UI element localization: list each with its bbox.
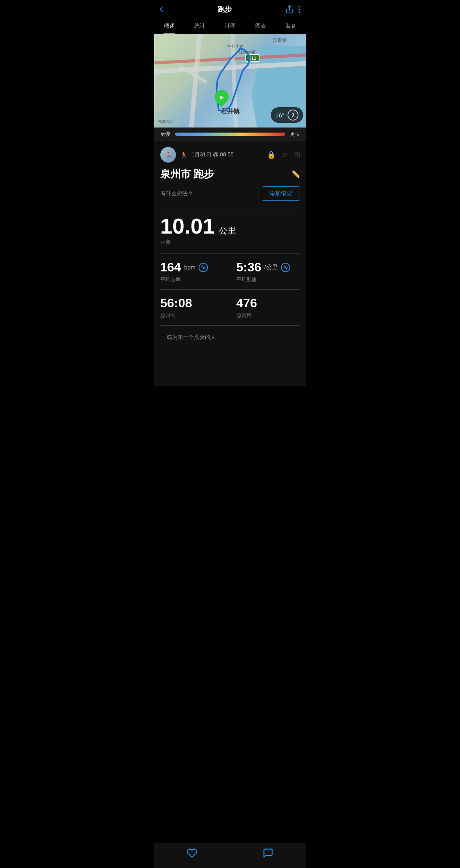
calories-label: 总消耗 bbox=[236, 312, 300, 319]
map-label-top-right: 乐百镇 bbox=[273, 37, 287, 44]
add-note-button[interactable]: 添加笔记 bbox=[262, 186, 300, 201]
run-type-icon: 🏃 bbox=[180, 151, 188, 159]
tab-overview[interactable]: 概述 bbox=[154, 19, 185, 34]
back-icon bbox=[159, 7, 165, 12]
map-label-shijing: 石井镇 bbox=[221, 108, 240, 116]
like-prompt: 成为第一个点赞的人 bbox=[167, 334, 216, 340]
header: 跑步 bbox=[154, 0, 306, 19]
header-right bbox=[285, 5, 300, 14]
bottom-spacer bbox=[160, 349, 300, 380]
distance-label: 距离 bbox=[160, 239, 300, 246]
avatar-image: 🏃 bbox=[164, 151, 172, 159]
duration-cell: 56:08 总时长 bbox=[160, 290, 230, 326]
share-button[interactable] bbox=[285, 5, 294, 14]
temperature-label: 16° bbox=[275, 112, 284, 119]
duration-value-row: 56:08 bbox=[160, 296, 224, 310]
pace-value: 5:36 bbox=[236, 260, 261, 275]
weather-badge: 16° 9 bbox=[271, 107, 303, 123]
more-button[interactable] bbox=[298, 6, 300, 13]
heart-rate-unit: bpm bbox=[184, 264, 195, 271]
page-title: 跑步 bbox=[218, 5, 232, 14]
more-icon bbox=[298, 6, 300, 13]
map-label-bridge: 成功大桥 bbox=[238, 50, 256, 55]
stats-grid: 164 bpm 平均心率 5:36 /公里 bbox=[160, 253, 300, 326]
calories-value-row: 476 bbox=[236, 296, 300, 310]
note-section: 有什么想法？ 添加笔记 bbox=[160, 186, 300, 201]
pulse-icon-2 bbox=[283, 265, 288, 270]
pace-cell: 5:36 /公里 平均配速 bbox=[230, 254, 300, 290]
heart-rate-value-row: 164 bpm bbox=[160, 260, 224, 275]
photo-add-icon[interactable]: ⊞ bbox=[294, 151, 300, 159]
map-label-legal: 法律信息 bbox=[157, 119, 173, 124]
heart-rate-cell: 164 bpm 平均心率 bbox=[160, 254, 230, 290]
activity-info: 🏃 🏃 1月31日 @ 08:55 🔒 ☆ ⊞ 泉州市 跑步 ✏️ 有什么想法？… bbox=[154, 141, 306, 386]
pace-icon[interactable] bbox=[281, 263, 290, 272]
lock-icon[interactable]: 🔒 bbox=[267, 151, 275, 159]
duration-label: 总时长 bbox=[160, 312, 224, 319]
note-placeholder: 有什么想法？ bbox=[160, 190, 193, 197]
pace-unit: /公里 bbox=[265, 264, 278, 271]
header-left bbox=[160, 7, 164, 11]
share-icon bbox=[285, 5, 294, 14]
duration-value: 56:08 bbox=[160, 296, 192, 310]
heart-rate-icon[interactable] bbox=[199, 263, 208, 272]
tab-stats[interactable]: 统计 bbox=[185, 19, 215, 34]
map-background: S11 ▶ 石井镇 法律信息 成功大桥 乐百镇 仝都大道 16° 9 bbox=[154, 34, 306, 128]
pace-value-row: 5:36 /公里 bbox=[236, 260, 300, 275]
distance-value-row: 10.01 公里 bbox=[160, 215, 300, 237]
weather-icon: 9 bbox=[288, 110, 298, 120]
speed-slower-label: 更慢 bbox=[160, 131, 171, 138]
activity-date: 1月31日 @ 08:55 bbox=[192, 151, 263, 158]
activity-meta: 🏃 🏃 1月31日 @ 08:55 🔒 ☆ ⊞ bbox=[160, 147, 300, 163]
star-icon[interactable]: ☆ bbox=[282, 151, 288, 159]
activity-title-row: 泉州市 跑步 ✏️ bbox=[160, 167, 300, 181]
heart-rate-value: 164 bbox=[160, 260, 181, 275]
avatar: 🏃 bbox=[160, 147, 176, 163]
map-label-road-name: 仝都大道 bbox=[227, 44, 244, 50]
heart-rate-label: 平均心率 bbox=[160, 276, 224, 283]
activity-title: 泉州市 跑步 bbox=[160, 167, 214, 181]
distance-unit: 公里 bbox=[219, 226, 236, 236]
meta-icons: 🔒 ☆ ⊞ bbox=[267, 151, 300, 159]
speed-gradient bbox=[175, 133, 285, 136]
edit-button[interactable]: ✏️ bbox=[291, 170, 300, 179]
like-section: 成为第一个点赞的人 bbox=[160, 326, 300, 349]
map-container[interactable]: S11 ▶ 石井镇 法律信息 成功大桥 乐百镇 仝都大道 16° 9 bbox=[154, 34, 306, 128]
pulse-icon bbox=[201, 265, 206, 270]
tab-gear[interactable]: 装备 bbox=[276, 19, 306, 34]
tab-bar: 概述 统计 计圈 图表 装备 bbox=[154, 19, 306, 34]
play-icon: ▶ bbox=[219, 94, 224, 100]
calories-cell: 476 总消耗 bbox=[230, 290, 300, 326]
calories-value: 476 bbox=[236, 296, 257, 310]
pace-label: 平均配速 bbox=[236, 276, 300, 283]
speed-bar: 更慢 更快 bbox=[154, 128, 306, 141]
speed-faster-label: 更快 bbox=[290, 131, 300, 138]
back-button[interactable] bbox=[160, 7, 164, 11]
tab-charts[interactable]: 图表 bbox=[245, 19, 276, 34]
distance-value: 10.01 bbox=[160, 214, 215, 238]
tab-laps[interactable]: 计圈 bbox=[215, 19, 245, 34]
distance-stat: 10.01 公里 距离 bbox=[160, 209, 300, 250]
